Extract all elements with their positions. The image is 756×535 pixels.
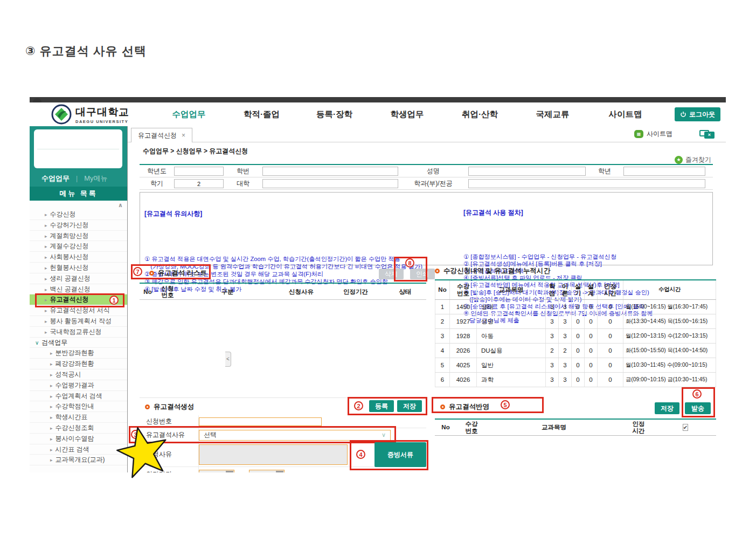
sidebar-menu-item[interactable]: ▸생리 공결신청 — [30, 273, 127, 284]
detail-reason-input[interactable] — [199, 444, 348, 465]
col-no: No — [435, 424, 456, 431]
sidebar-menu-item[interactable]: ▸수강허가신청 — [30, 220, 127, 231]
nav-item-sitemap[interactable]: 사이트맵 — [589, 102, 662, 126]
sitemap-shortcut[interactable]: ▦ 사이트맵 — [634, 129, 672, 139]
nav-item-career[interactable]: 취업·산학 — [443, 102, 516, 126]
send-button[interactable]: 발송 — [685, 402, 711, 414]
name-field[interactable] — [468, 167, 586, 176]
college-field[interactable] — [262, 179, 398, 188]
menu-item-label: 생리 공결신청 — [50, 275, 91, 282]
table-header-row: No 신청 번호 구분 신청사유 인정기간 상태 — [140, 284, 426, 300]
triangle-icon: ▸ — [45, 255, 47, 260]
col-recognized-hours: 인정 시간 — [598, 280, 623, 299]
app-window: 대구대학교 DAEGU UNIVERSITY 수업업무 학적·졸업 등록·장학 … — [30, 97, 726, 472]
reason-select[interactable]: 선택 ∨ — [199, 430, 391, 441]
calendar-icon[interactable] — [226, 471, 233, 472]
sidebar-top: 수업업무 | My메뉴 메뉴 목록 — [30, 126, 127, 201]
sidebar-menu-item[interactable]: ▸교과목개요(교과) — [30, 455, 127, 465]
logout-button[interactable]: 로그아웃 — [675, 107, 720, 121]
sidebar-menu-item[interactable]: ▸시간표 검색 — [30, 444, 127, 455]
print-button[interactable]: 인쇄 — [410, 269, 435, 279]
period-start-input[interactable] — [199, 470, 234, 473]
favorite-button[interactable]: ★ 즐겨찾기 — [675, 155, 711, 164]
sidebar-menu-item[interactable]: ▸헌혈봉사신청 — [30, 263, 127, 273]
period-end-input[interactable] — [249, 470, 285, 473]
delete-button[interactable]: 삭제 — [379, 269, 404, 279]
nav-item-international[interactable]: 국제교류 — [516, 102, 589, 126]
sidebar-menu-item[interactable]: ▸폐강강좌현황 — [30, 359, 127, 369]
menu-item-label: 국내학점교류신청 — [50, 328, 102, 335]
sitemap-label: 사이트맵 — [647, 129, 672, 139]
sidebar-menu-item[interactable]: ▸백신 공결신청 — [30, 284, 127, 295]
sidebar-menu-item[interactable]: ▸수강신청 — [30, 209, 127, 220]
app-header: 대구대학교 DAEGU UNIVERSITY 수업업무 학적·졸업 등록·장학 … — [30, 102, 726, 126]
sidebar-collapse-handle[interactable]: < — [225, 352, 231, 367]
course-row[interactable]: 1 1450 생태 3 3 0 0 0 월(15:00~16:15) 월(16:… — [435, 300, 716, 314]
sidebar-menu-item[interactable]: ▸사회봉사신청 — [30, 252, 127, 263]
sidebar-menu-item[interactable]: ▸수강학점안내 — [30, 401, 127, 412]
tab-absence-apply[interactable]: 유고결석신청 × — [131, 128, 192, 142]
sidebar-menu-item[interactable]: ▸분반강좌현황 — [30, 348, 127, 359]
sidebar-tab-mymenu[interactable]: My메뉴 — [84, 174, 107, 183]
nav-item-records[interactable]: 학적·졸업 — [225, 102, 298, 126]
calendar-icon[interactable] — [276, 471, 283, 472]
window-cards-icon[interactable]: × — [699, 130, 715, 139]
absence-create-title: 유고결석생성 — [154, 402, 194, 411]
course-row[interactable]: 5 4025 일반 3 3 0 0 0 월(10:30~11:45) 수(09:… — [435, 358, 716, 373]
university-logo[interactable]: 대구대학교 DAEGU UNIVERSITY — [51, 104, 129, 125]
col-recognized-hours: 인정 시간 — [621, 421, 656, 434]
sidebar-menu-item[interactable]: ▸유고결석신청서 서식 — [30, 305, 127, 316]
sidebar-menu-item[interactable]: ▸계절희망신청 — [30, 231, 127, 242]
create-save-button[interactable]: 저장 — [397, 400, 422, 412]
sidebar-menu-item[interactable]: ▸성적공시 — [30, 369, 127, 380]
triangle-icon: ▸ — [45, 244, 47, 249]
year-field[interactable] — [174, 167, 224, 176]
course-row[interactable]: 4 2026 DU실용 2 2 0 0 0 화(15:00~15:50) 목(1… — [435, 344, 716, 358]
sidebar-menu-item[interactable]: ▸계절수강신청 — [30, 241, 127, 252]
sidebar-menu-item[interactable]: ▸봉사 활동계획서 작성 — [30, 316, 127, 327]
nav-item-registration[interactable]: 등록·장학 — [298, 102, 371, 126]
student-id-field[interactable] — [262, 167, 398, 176]
attach-document-button[interactable]: 증빙서류 — [374, 442, 426, 467]
apply-save-button[interactable]: 저장 — [655, 402, 679, 414]
sidebar-menu-item[interactable]: ▸수업계획서 검색 — [30, 391, 127, 402]
col-course-no: 수강 번호 — [450, 280, 477, 299]
grade-field[interactable] — [623, 167, 705, 176]
sidebar-section-search[interactable]: ∨검색업무 — [30, 338, 127, 348]
register-button[interactable]: 등록 — [369, 400, 394, 412]
course-row[interactable]: 6 4026 과학 3 3 0 0 0 금(09:00~10:15) 금(10:… — [435, 373, 716, 387]
menu-item-label: 사회봉사신청 — [50, 253, 89, 260]
triangle-icon: ▸ — [45, 297, 47, 303]
close-icon[interactable]: × — [182, 132, 185, 139]
scroll-up-icon[interactable]: ∧ — [118, 202, 123, 209]
sidebar-menu-item[interactable]: ▸학생시간표 — [30, 412, 127, 423]
checkbox-checked-icon[interactable]: ✔ — [683, 424, 688, 431]
bullet-icon — [440, 404, 445, 409]
table-header-row: No 수강 번호 교과목명 학 점 이 론 실 기 설 계 인정 시간 수업시간 — [435, 280, 716, 300]
sitemap-icon: ▦ — [634, 130, 643, 138]
col-no: No — [435, 280, 450, 299]
star-annotation — [116, 425, 170, 479]
annotation-7: 7 — [133, 267, 142, 276]
col-reason: 신청사유 — [275, 289, 327, 295]
col-apply-no: 신청 번호 — [156, 285, 179, 298]
breadcrumb-row: 수업업무 > 신청업무 > 유고결석신청 ★ 즐겨찾기 — [128, 142, 726, 159]
nav-item-classwork[interactable]: 수업업무 — [152, 102, 225, 126]
course-row[interactable]: 2 1927 생명 3 3 0 0 0 화(13:30~14:45) 목(15:… — [435, 314, 716, 329]
menu-item-label: 수강허가신청 — [50, 221, 89, 229]
course-row[interactable]: 3 1928 아동 3 3 0 0 0 월(12:00~13:15) 수(12:… — [435, 329, 716, 344]
menu-item-label: 봉사 활동계획서 작성 — [50, 317, 112, 325]
menu-item-label: 수업계획서 검색 — [56, 392, 102, 400]
menu-item-label: 유고결석신청 — [50, 296, 89, 303]
term-field[interactable]: 2 — [174, 179, 224, 188]
sidebar-tab-classwork[interactable]: 수업업무 — [41, 174, 70, 183]
sidebar-menu-item[interactable]: ▸국내학점교류신청 — [30, 327, 127, 338]
triangle-icon: ▸ — [45, 319, 47, 324]
nav-item-student[interactable]: 학생업무 — [371, 102, 443, 126]
menu-section-label: 검색업무 — [41, 339, 67, 346]
sidebar-menu-item[interactable]: ▸수업평가결과 — [30, 380, 127, 391]
dept-field[interactable] — [468, 179, 705, 188]
menu-item-label: 백신 공결신청 — [50, 285, 91, 293]
college-label: 대학 — [224, 179, 262, 188]
apply-no-input[interactable] — [199, 417, 322, 426]
